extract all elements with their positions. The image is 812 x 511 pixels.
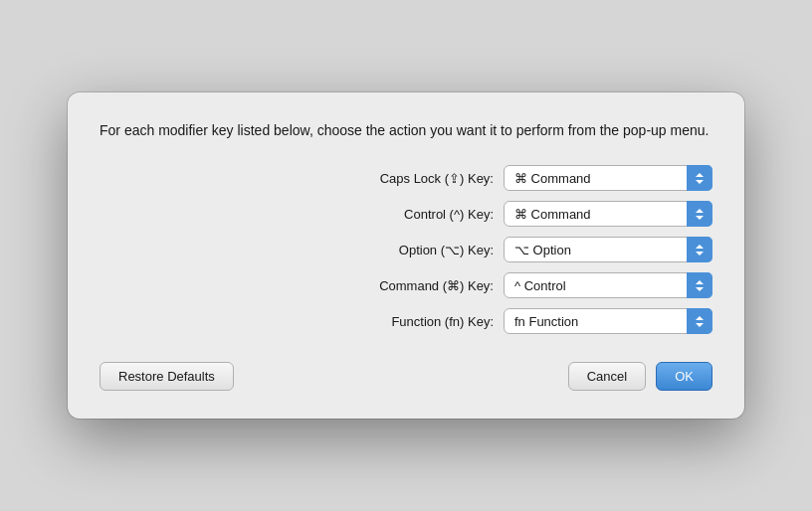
command-row: Command (⌘) Key: No Action ⌘ Command ^ C… xyxy=(100,272,712,298)
button-row: Restore Defaults Cancel OK xyxy=(100,362,712,391)
caps-lock-select-wrapper: No Action ⌘ Command ^ Control ⌥ Option f… xyxy=(504,165,712,191)
ok-button[interactable]: OK xyxy=(656,362,712,391)
caps-lock-row: Caps Lock (⇪) Key: No Action ⌘ Command ^… xyxy=(100,165,712,191)
dialog-description: For each modifier key listed below, choo… xyxy=(100,120,712,141)
caps-lock-label: Caps Lock (⇪) Key: xyxy=(275,171,494,186)
command-select-wrapper: No Action ⌘ Command ^ Control ⌥ Option f… xyxy=(504,272,712,298)
control-select[interactable]: No Action ⌘ Command ^ Control ⌥ Option f… xyxy=(504,201,712,227)
cancel-button[interactable]: Cancel xyxy=(568,362,646,391)
control-label: Control (^) Key: xyxy=(275,207,494,222)
function-select-wrapper: No Action ⌘ Command ^ Control ⌥ Option f… xyxy=(504,308,712,334)
control-select-wrapper: No Action ⌘ Command ^ Control ⌥ Option f… xyxy=(504,201,712,227)
control-row: Control (^) Key: No Action ⌘ Command ^ C… xyxy=(100,201,712,227)
function-select[interactable]: No Action ⌘ Command ^ Control ⌥ Option f… xyxy=(504,308,712,334)
caps-lock-select[interactable]: No Action ⌘ Command ^ Control ⌥ Option f… xyxy=(504,165,712,191)
option-row: Option (⌥) Key: No Action ⌘ Command ^ Co… xyxy=(100,237,712,262)
command-label: Command (⌘) Key: xyxy=(275,278,494,293)
restore-defaults-button[interactable]: Restore Defaults xyxy=(100,362,234,391)
option-select[interactable]: No Action ⌘ Command ^ Control ⌥ Option f… xyxy=(504,237,712,262)
modifier-key-rows: Caps Lock (⇪) Key: No Action ⌘ Command ^… xyxy=(100,165,712,334)
option-select-wrapper: No Action ⌘ Command ^ Control ⌥ Option f… xyxy=(504,237,712,262)
command-select[interactable]: No Action ⌘ Command ^ Control ⌥ Option f… xyxy=(504,272,712,298)
modifier-keys-dialog: For each modifier key listed below, choo… xyxy=(68,92,744,419)
option-label: Option (⌥) Key: xyxy=(275,243,494,257)
function-row: Function (fn) Key: No Action ⌘ Command ^… xyxy=(100,308,712,334)
right-buttons: Cancel OK xyxy=(568,362,712,391)
function-label: Function (fn) Key: xyxy=(275,314,494,329)
